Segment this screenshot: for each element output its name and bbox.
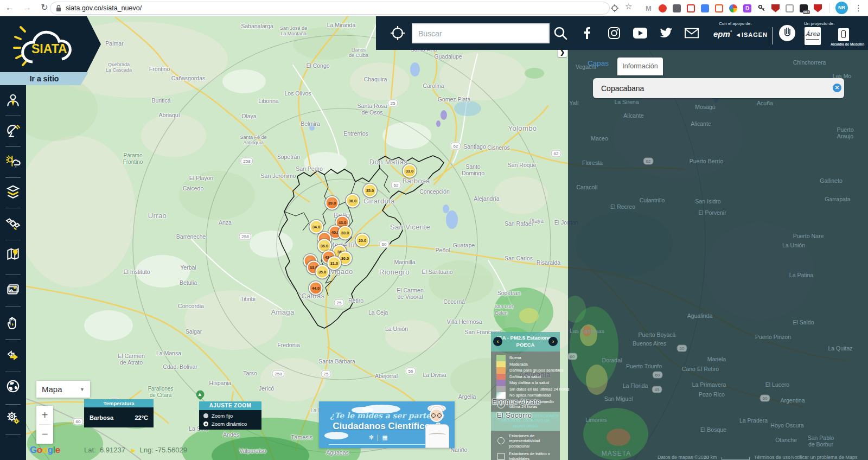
chevron-right-icon[interactable]: ›	[548, 337, 558, 346]
settings-icon[interactable]	[5, 410, 21, 425]
hand-drop-icon[interactable]	[5, 315, 21, 330]
email-icon[interactable]	[685, 28, 699, 39]
legend-swatch	[496, 386, 506, 393]
key-icon[interactable]	[757, 4, 765, 12]
weather-icon[interactable]	[5, 154, 21, 169]
google-logo-letter: g	[48, 445, 53, 455]
geolocate-icon[interactable]	[391, 26, 405, 40]
cloud-icon	[324, 432, 348, 439]
browser-toolbar: ← → ↻ siata.gov.co/siata_nuevo/ ☆ MD8OFF…	[0, 0, 868, 16]
back-button[interactable]: ←	[3, 1, 16, 14]
instagram-icon[interactable]	[608, 27, 620, 39]
browser-menu-icon[interactable]: ⋮	[854, 2, 863, 15]
reload-button[interactable]: ↻	[38, 1, 51, 14]
adblock-icon[interactable]	[659, 4, 667, 12]
bookmark-star-icon[interactable]: ☆	[625, 2, 632, 11]
panel-search-input[interactable]	[593, 78, 844, 98]
route-shield: 25	[334, 299, 344, 306]
station-marker[interactable]: 33.0	[403, 164, 417, 178]
off-badge-icon[interactable]: OFF	[800, 4, 808, 12]
radio-selected[interactable]	[203, 421, 208, 426]
red-outline-icon[interactable]	[687, 4, 695, 12]
search-icon[interactable]	[553, 25, 568, 41]
gmail-icon[interactable]: M	[644, 4, 653, 12]
google-logo-letter: G	[30, 445, 37, 455]
station-marker[interactable]: 31.0	[328, 257, 341, 270]
station-marker[interactable]: 39.0	[326, 196, 339, 210]
radar-icon[interactable]	[5, 124, 21, 139]
facebook-icon[interactable]	[584, 27, 590, 39]
radio-unselected[interactable]	[203, 413, 208, 418]
go-to-site-button[interactable]: Ir a sitio	[0, 72, 88, 85]
terms-link[interactable]: Términos de uso	[754, 455, 790, 460]
compass-icon[interactable]	[729, 4, 737, 12]
report-link[interactable]: Notificar un problema de Maps	[791, 455, 858, 460]
route-shield: 45	[652, 386, 662, 393]
legend-label: Dañina a la salud	[509, 374, 541, 379]
gallery-icon[interactable]	[5, 283, 21, 298]
user-icon[interactable]	[5, 93, 21, 108]
route-shield: 62	[551, 150, 561, 157]
layers-icon[interactable]	[5, 184, 21, 200]
station-marker[interactable]: 35.0	[316, 265, 329, 279]
search-input[interactable]	[412, 23, 550, 43]
legend-label: Sin datos en las últimas 24 horas	[509, 387, 569, 392]
station-marker[interactable]: 20.0	[356, 234, 369, 247]
legend-swatch	[496, 355, 506, 361]
temperature-station: Barbosa	[90, 414, 113, 421]
route-shield: 258	[239, 233, 251, 240]
globe-icon[interactable]	[5, 379, 21, 394]
address-bar[interactable]: siata.gov.co/siata_nuevo/	[50, 2, 610, 15]
tab-informacion[interactable]: Información	[617, 58, 663, 75]
chevron-left-icon[interactable]: ‹	[493, 337, 502, 346]
map-copyright: Datos de mapas ©2020	[658, 455, 709, 460]
extension-badge: 8	[779, 10, 782, 14]
password-shield-icon[interactable]: 8	[771, 4, 780, 12]
google-logo-letter: o	[37, 445, 42, 455]
share-arrows-icon[interactable]	[5, 348, 21, 363]
legend-swatch	[496, 392, 506, 399]
orange-dot-icon[interactable]	[715, 4, 723, 12]
map-scalebar	[722, 457, 750, 460]
map-pin-icon[interactable]	[5, 246, 21, 261]
zoom-out-button[interactable]: −	[36, 425, 53, 443]
banner-logos: ✼▦	[369, 434, 388, 441]
station-marker[interactable]: 33.0	[339, 226, 352, 240]
profile-avatar[interactable]: NR	[835, 2, 848, 14]
station-marker[interactable]: 44.0	[309, 282, 323, 295]
forward-button[interactable]: →	[21, 1, 34, 14]
station-marker[interactable]: 35.0	[363, 184, 377, 197]
tab-capas[interactable]: Capas	[588, 59, 609, 67]
sidebar-divider	[5, 274, 21, 274]
chevron-down-icon: ▼	[80, 387, 85, 392]
clear-search-icon[interactable]: ✕	[833, 84, 841, 92]
station-marker[interactable]: 34.0	[310, 220, 323, 234]
zoom-in-button[interactable]: +	[36, 406, 53, 424]
cartoon-person-arms	[429, 433, 446, 437]
route-shield: 60	[677, 345, 687, 352]
purple-d-icon[interactable]: D	[743, 4, 751, 12]
url-text: siata.gov.co/siata_nuevo/	[66, 4, 142, 12]
twitter-icon[interactable]	[659, 28, 672, 39]
crosshair-icon[interactable]	[611, 4, 618, 12]
temperature-widget[interactable]: Temperatura Barbosa 22°C	[84, 399, 154, 427]
station-marker[interactable]: 36.0	[346, 194, 360, 208]
red-shield-icon[interactable]	[814, 4, 822, 12]
legend-swatch	[496, 361, 506, 368]
gray-shield-icon[interactable]	[673, 4, 681, 12]
youtube-icon[interactable]	[633, 28, 647, 39]
map-type-label: Mapa	[42, 385, 62, 394]
route-shield: 60	[760, 395, 770, 402]
legend-swatch	[496, 380, 506, 386]
legend-label: Buena	[509, 355, 521, 360]
satellite-icon[interactable]	[5, 216, 21, 231]
map-type-dropdown[interactable]: Mapa ▼	[36, 381, 90, 398]
legend-header: ‹ › ICA - PM2.5 Estaciones POECA	[491, 332, 560, 352]
hash-circle-icon: #	[497, 400, 505, 408]
legend-swatch	[496, 367, 506, 374]
blue-square-icon[interactable]	[701, 4, 709, 12]
siata-logo-flag[interactable]: SIATA	[0, 16, 101, 72]
epm-logo: epm°	[713, 29, 732, 39]
window-icon[interactable]	[786, 4, 794, 12]
ciudadanos-cientificos-banner[interactable]: ¿Te le mides a ser parte de Ciudadanos C…	[319, 401, 455, 448]
